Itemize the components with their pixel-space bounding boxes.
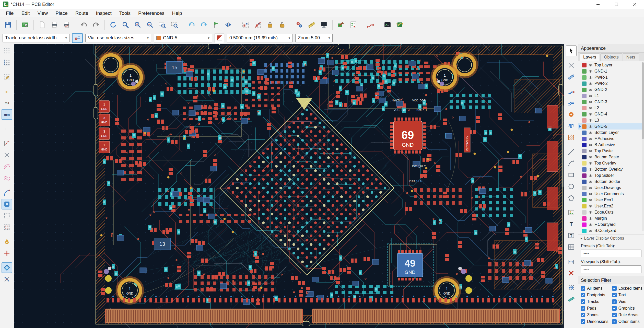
layer-visibility-toggle[interactable] [588,229,593,233]
layer-row-margin[interactable]: Margin [578,215,644,221]
dashed-square-button[interactable] [2,210,12,221]
tab-nets[interactable]: Nets [623,53,639,61]
layer-row-gnd-5[interactable]: GND-5 [578,123,644,130]
layer-visibility-toggle[interactable] [588,137,593,141]
grid-dots-button[interactable] [2,45,12,56]
arc-button[interactable] [566,158,577,169]
refresh-view-button[interactable] [107,19,119,31]
track-width-combo[interactable]: Track: use netclass width ▾ [3,34,69,42]
pcb-canvas[interactable]: 69GND49GND15131GND3GND3GND1GNDRECOVERY1G… [14,44,564,328]
checkbox[interactable] [581,319,585,324]
menu-inspect[interactable]: Inspect [92,9,115,17]
layer-visibility-toggle[interactable] [588,173,593,178]
update-footprints-button[interactable] [294,19,305,31]
layer-color-swatch[interactable] [582,173,587,178]
zoom-combo[interactable]: Zoom 5.00 ▾ [295,34,333,42]
layer-visibility-toggle[interactable] [588,124,593,129]
route-track-button[interactable] [566,86,577,97]
layer-visibility-toggle[interactable] [588,204,593,208]
auto-track-width-toggle[interactable] [72,33,83,43]
layer-row-top-layer[interactable]: Top Layer [578,62,644,68]
units-mm-button[interactable]: mm [2,109,12,120]
layer-row-bottom-paste[interactable]: Bottom Paste [578,154,644,160]
layer-row-f-adhesive[interactable]: F.Adhesive [578,136,644,142]
via-size-combo[interactable]: Via: use netclass sizes ▾ [85,34,151,42]
minimize-button[interactable] [589,0,607,9]
drc-checklist-button[interactable] [347,19,359,31]
checkbox[interactable] [612,299,617,304]
checkbox[interactable] [612,286,617,291]
layer-visibility-toggle[interactable] [588,186,593,190]
menu-tools[interactable]: Tools [115,9,134,17]
layer-color-swatch[interactable] [582,149,587,153]
checkbox[interactable] [612,293,617,297]
grid-edit-button[interactable] [2,72,12,82]
routing-tool-button[interactable] [365,19,376,31]
layer-pair-button[interactable] [215,33,224,43]
circle-button[interactable] [566,181,577,192]
rectangle-button[interactable] [566,170,577,180]
redo-button[interactable] [90,19,102,31]
pad-dots-button[interactable] [2,222,12,232]
checkbox[interactable] [581,299,585,304]
tune-length-button[interactable] [566,121,577,131]
layer-row-top-solder[interactable]: Top Solder [578,172,644,179]
layer-row-gnd-2[interactable]: GND-2 [578,87,644,93]
zone-hatch-button[interactable] [566,132,577,143]
layer-visibility-toggle[interactable] [588,106,593,110]
textbox-button[interactable]: T [566,230,577,241]
layer-color-swatch[interactable] [582,210,587,215]
layer-visibility-toggle[interactable] [588,112,593,116]
scrollbar-thumb[interactable] [642,62,644,139]
layer-color-swatch[interactable] [582,143,587,147]
layer-visibility-toggle[interactable] [588,100,593,104]
layer-color-swatch[interactable] [582,186,587,190]
layer-color-swatch[interactable] [582,192,587,196]
units-inches-button[interactable]: in [2,86,12,97]
text-button[interactable]: T [566,219,577,229]
layer-color-swatch[interactable] [582,81,587,86]
checkbox[interactable] [612,319,617,324]
layer-color-swatch[interactable] [582,198,587,202]
group-button[interactable] [240,19,251,31]
crossed-lines-button[interactable] [2,150,12,160]
curved-arrow-left-button[interactable] [186,19,197,31]
layer-color-swatch[interactable] [582,124,587,129]
layer-color-swatch[interactable] [582,106,587,110]
layer-display-options[interactable]: ▸ Layer Display Options [578,234,644,242]
measure-ruler-button[interactable] [306,19,318,31]
slope-graph-button[interactable] [2,138,12,149]
layer-visibility-toggle[interactable] [588,69,593,74]
plot-button[interactable] [61,19,73,31]
menu-help[interactable]: Help [168,9,186,17]
layer-visibility-toggle[interactable] [588,198,593,202]
checkbox[interactable] [612,313,617,317]
grid-dots-axes-button[interactable] [2,57,12,68]
pad-display-button[interactable] [2,199,12,209]
select-arrow-button[interactable] [566,45,577,56]
curved-arrow-right-button[interactable] [198,19,210,31]
layer-visibility-toggle[interactable] [588,210,593,215]
layer-visibility-toggle[interactable] [588,81,593,86]
layer-color-swatch[interactable] [582,216,587,221]
red-cross-button[interactable] [2,248,12,259]
high-contrast-diamond-button[interactable] [2,262,12,273]
zoom-fit-button[interactable] [156,19,168,31]
ratsnest-waves-button[interactable] [2,173,12,183]
layer-color-swatch[interactable] [582,63,587,67]
menu-preferences[interactable]: Preferences [134,9,168,17]
layer-color-swatch[interactable] [582,137,587,141]
layer-color-swatch[interactable] [582,100,587,104]
layer-color-swatch[interactable] [582,131,587,135]
layer-color-swatch[interactable] [582,75,587,80]
layer-visibility-toggle[interactable] [588,216,593,221]
layer-row-user-drawings[interactable]: User.Drawings [578,185,644,191]
menu-place[interactable]: Place [52,9,72,17]
layer-color-swatch[interactable] [582,167,587,172]
zoom-selection-button[interactable] [169,19,180,31]
units-mils-button[interactable]: mil [2,98,12,108]
layer-visibility-toggle[interactable] [588,149,593,153]
menu-route[interactable]: Route [72,9,92,17]
layer-row-user-comments[interactable]: User.Comments [578,191,644,197]
delete-red-button[interactable] [566,268,577,278]
